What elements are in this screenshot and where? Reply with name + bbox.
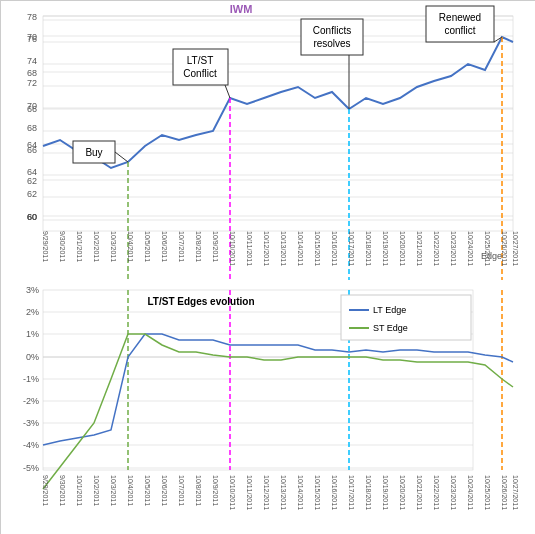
svg-text:68: 68 [27,68,37,78]
svg-text:10/27/2011: 10/27/2011 [512,231,519,266]
svg-text:10/16/2011: 10/16/2011 [331,231,338,266]
svg-text:10/14/2011: 10/14/2011 [297,231,304,266]
svg-text:9/29/2011: 9/29/2011 [42,231,49,262]
svg-text:62: 62 [27,176,37,186]
svg-text:10/24/2011: 10/24/2011 [467,231,474,266]
svg-text:3%: 3% [26,285,39,295]
svg-text:-3%: -3% [23,418,39,428]
svg-text:-5%: -5% [23,463,39,473]
svg-text:10/10/2011: 10/10/2011 [229,475,236,510]
svg-text:1%: 1% [26,329,39,339]
svg-text:10/10/2011: 10/10/2011 [229,231,236,266]
bottom-chart-svg: 2% 1% 0% -1% -2% -3% -4% -5% 3% [1,280,535,534]
svg-text:62: 62 [27,189,37,199]
svg-text:10/19/2011: 10/19/2011 [382,475,389,510]
svg-text:10/6/2011: 10/6/2011 [161,231,168,262]
svg-text:10/20/2011: 10/20/2011 [399,475,406,510]
svg-text:10/12/2011: 10/12/2011 [263,231,270,266]
svg-text:LT/ST Edges evolution: LT/ST Edges evolution [147,296,254,307]
svg-text:10/25/2011: 10/25/2011 [484,475,491,510]
svg-text:10/9/2011: 10/9/2011 [212,231,219,262]
svg-text:10/21/2011: 10/21/2011 [416,475,423,510]
svg-text:10/8/2011: 10/8/2011 [195,475,202,506]
svg-text:10/20/2011: 10/20/2011 [399,231,406,266]
svg-text:10/5/2011: 10/5/2011 [144,231,151,262]
svg-text:2%: 2% [26,307,39,317]
svg-text:10/1/2011: 10/1/2011 [76,475,83,506]
svg-text:10/3/2011: 10/3/2011 [110,231,117,262]
svg-text:10/5/2011: 10/5/2011 [144,475,151,506]
svg-text:10/7/2011: 10/7/2011 [178,231,185,262]
svg-text:Edge: Edge [481,251,502,261]
svg-rect-110 [341,295,471,340]
svg-text:10/15/2011: 10/15/2011 [314,475,321,510]
svg-text:10/1/2011: 10/1/2011 [76,231,83,262]
svg-text:10/16/2011: 10/16/2011 [331,475,338,510]
svg-text:IWM: IWM [230,3,253,15]
svg-text:78: 78 [27,12,37,22]
svg-text:68: 68 [27,123,37,133]
bottom-chart: 2% 1% 0% -1% -2% -3% -4% -5% 3% [1,280,534,533]
svg-text:LT/ST: LT/ST [187,55,213,66]
svg-text:76: 76 [27,34,37,44]
svg-text:10/26/2011: 10/26/2011 [501,231,508,266]
svg-text:10/19/2011: 10/19/2011 [382,231,389,266]
svg-text:10/2/2011: 10/2/2011 [93,231,100,262]
svg-text:10/14/2011: 10/14/2011 [297,475,304,510]
svg-text:9/29/2011: 9/29/2011 [42,475,49,506]
svg-text:10/15/2011: 10/15/2011 [314,231,321,266]
svg-text:Conflict: Conflict [183,68,217,79]
svg-text:10/22/2011: 10/22/2011 [433,475,440,510]
svg-text:10/3/2011: 10/3/2011 [110,475,117,506]
svg-text:0%: 0% [26,352,39,362]
svg-text:10/27/2011: 10/27/2011 [512,475,519,510]
svg-text:-2%: -2% [23,396,39,406]
svg-text:LT Edge: LT Edge [373,305,406,315]
svg-text:9/30/2011: 9/30/2011 [59,475,66,506]
top-chart: 60 62 64 66 68 70 60 60 62 64 66 68 70 7… [1,1,534,280]
svg-text:10/11/2011: 10/11/2011 [246,475,253,510]
svg-text:64: 64 [27,167,37,177]
svg-text:10/13/2011: 10/13/2011 [280,475,287,510]
svg-text:-4%: -4% [23,440,39,450]
chart-container: 60 62 64 66 68 70 60 60 62 64 66 68 70 7… [0,0,535,534]
svg-text:70: 70 [27,101,37,111]
svg-text:72: 72 [27,78,37,88]
svg-text:Renewed: Renewed [439,12,481,23]
top-chart-svg: 60 62 64 66 68 70 60 60 62 64 66 68 70 7… [1,1,535,281]
svg-text:10/4/2011: 10/4/2011 [127,231,134,262]
svg-text:ST Edge: ST Edge [373,323,408,333]
svg-text:conflict: conflict [444,25,475,36]
svg-text:10/23/2011: 10/23/2011 [450,231,457,266]
svg-text:Conflicts: Conflicts [313,25,351,36]
svg-text:10/17/2011: 10/17/2011 [348,231,355,266]
svg-text:10/13/2011: 10/13/2011 [280,231,287,266]
svg-text:74: 74 [27,56,37,66]
svg-text:10/12/2011: 10/12/2011 [263,475,270,510]
svg-text:10/11/2011: 10/11/2011 [246,231,253,266]
svg-text:10/22/2011: 10/22/2011 [433,231,440,266]
svg-text:10/2/2011: 10/2/2011 [93,475,100,506]
svg-text:9/30/2011: 9/30/2011 [59,231,66,262]
svg-text:Buy: Buy [85,147,102,158]
svg-text:10/21/2011: 10/21/2011 [416,231,423,266]
svg-text:10/9/2011: 10/9/2011 [212,475,219,506]
svg-text:10/8/2011: 10/8/2011 [195,231,202,262]
svg-text:10/26/2011: 10/26/2011 [501,475,508,510]
svg-text:10/4/2011: 10/4/2011 [127,475,134,506]
svg-text:10/18/2011: 10/18/2011 [365,475,372,510]
svg-text:10/6/2011: 10/6/2011 [161,475,168,506]
svg-text:resolves: resolves [313,38,350,49]
svg-text:60: 60 [27,212,37,222]
svg-rect-1 [43,16,513,231]
svg-text:10/18/2011: 10/18/2011 [365,231,372,266]
svg-text:10/7/2011: 10/7/2011 [178,475,185,506]
svg-text:10/23/2011: 10/23/2011 [450,475,457,510]
svg-text:-1%: -1% [23,374,39,384]
svg-text:10/24/2011: 10/24/2011 [467,475,474,510]
svg-text:10/17/2011: 10/17/2011 [348,475,355,510]
svg-text:66: 66 [27,145,37,155]
